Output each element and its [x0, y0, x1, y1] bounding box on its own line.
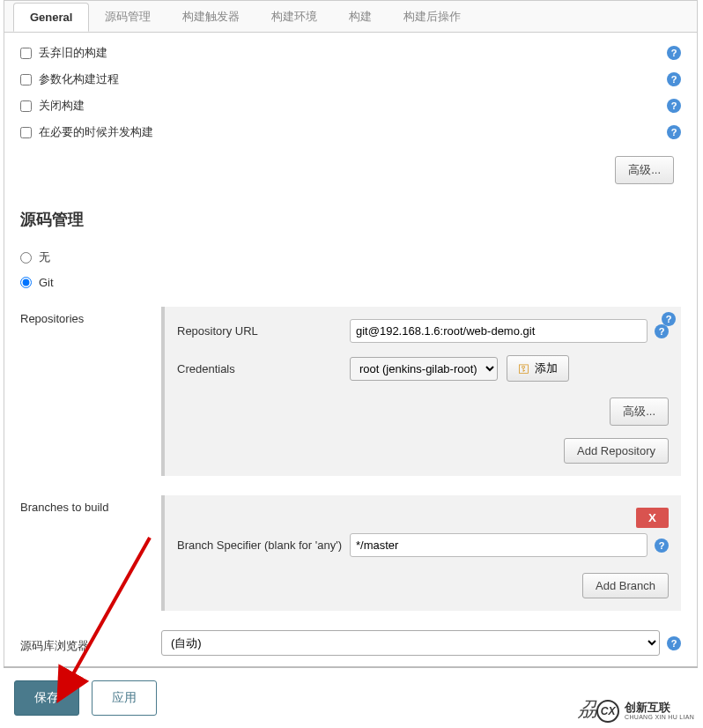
content-area: 丢弃旧的构建 ? 参数化构建过程 ? 关闭构建 ? 在必要的时候并发构建 ? 高…	[4, 33, 697, 728]
watermark-en: CHUANG XIN HU LIAN	[625, 714, 694, 721]
save-button[interactable]: 保存	[14, 680, 79, 716]
help-icon[interactable]: ?	[655, 324, 669, 338]
help-icon[interactable]: ?	[667, 99, 681, 113]
repo-browser-row: 源码库浏览器 (自动) ?	[20, 630, 681, 656]
help-icon[interactable]: ?	[667, 72, 681, 86]
label-concurrent: 在必要的时候并发构建	[39, 124, 153, 140]
delete-branch-button[interactable]: X	[636, 508, 669, 528]
repo-buttons: 高级...	[177, 394, 669, 426]
watermark-logo-icon: CX	[596, 700, 619, 723]
repo-browser-label: 源码库浏览器	[20, 633, 161, 654]
branch-spec-input[interactable]	[350, 533, 648, 557]
branches-label: Branches to build	[20, 495, 161, 611]
label-none: 无	[39, 249, 50, 265]
row-discard: 丢弃旧的构建 ?	[20, 40, 681, 66]
repo-url-label: Repository URL	[177, 324, 350, 338]
tab-general[interactable]: General	[13, 3, 89, 32]
repo-url-input[interactable]	[350, 319, 648, 343]
radio-row-git: Git	[20, 271, 681, 294]
branch-spec-label: Branch Specifier (blank for 'any')	[177, 539, 350, 552]
branches-body: X Branch Specifier (blank for 'any') ? A…	[161, 495, 681, 611]
tab-scm[interactable]: 源码管理	[89, 2, 166, 32]
tabs-bar: General 源码管理 构建触发器 构建环境 构建 构建后操作	[4, 1, 697, 33]
label-git: Git	[39, 276, 54, 289]
repositories-body: ? Repository URL ? Credentials root (jen…	[161, 307, 681, 476]
apply-button[interactable]: 应用	[92, 680, 157, 716]
tab-build[interactable]: 构建	[333, 2, 388, 32]
add-repo-row: Add Repository	[177, 435, 669, 464]
row-disable: 关闭构建 ?	[20, 93, 681, 119]
label-discard: 丢弃旧的构建	[39, 45, 107, 61]
add-cred-label: 添加	[535, 360, 558, 376]
config-panel: General 源码管理 构建触发器 构建环境 构建 构建后操作 丢弃旧的构建 …	[4, 0, 698, 723]
add-branch-row: Add Branch	[177, 569, 669, 598]
repositories-block: Repositories ? Repository URL ? Credenti…	[20, 307, 681, 476]
advanced-button[interactable]: 高级...	[615, 156, 674, 184]
radio-git[interactable]	[20, 277, 32, 288]
help-icon[interactable]: ?	[667, 636, 681, 650]
advanced-row: 高级...	[20, 145, 681, 200]
credentials-row: Credentials root (jenkins-gilab-root) ⚿ …	[177, 355, 669, 382]
branch-spec-row: Branch Specifier (blank for 'any') ?	[177, 533, 669, 557]
add-credentials-button[interactable]: ⚿ 添加	[507, 355, 569, 382]
key-icon: ⚿	[518, 362, 529, 375]
row-concurrent: 在必要的时候并发构建 ?	[20, 119, 681, 145]
watermark-scribble: 刕	[578, 696, 597, 723]
label-parameterized: 参数化构建过程	[39, 71, 119, 87]
radio-row-none: 无	[20, 244, 681, 271]
watermark-cn: 创新互联	[625, 702, 694, 714]
git-settings: Repositories ? Repository URL ? Credenti…	[20, 307, 681, 702]
checkbox-parameterized[interactable]	[20, 74, 32, 85]
checkbox-discard[interactable]	[20, 48, 32, 59]
watermark-text: 创新互联 CHUANG XIN HU LIAN	[625, 702, 694, 721]
tab-postbuild[interactable]: 构建后操作	[388, 2, 477, 32]
radio-none[interactable]	[20, 252, 32, 264]
repo-url-row: Repository URL ?	[177, 319, 669, 343]
label-disable: 关闭构建	[39, 98, 85, 114]
help-icon[interactable]: ?	[662, 312, 676, 326]
credentials-label: Credentials	[177, 362, 350, 375]
help-icon[interactable]: ?	[655, 539, 669, 553]
branches-block: Branches to build X Branch Specifier (bl…	[20, 495, 681, 611]
tab-triggers[interactable]: 构建触发器	[166, 2, 255, 32]
add-repository-button[interactable]: Add Repository	[564, 438, 669, 464]
row-parameterized: 参数化构建过程 ?	[20, 66, 681, 93]
help-icon[interactable]: ?	[667, 46, 681, 60]
add-branch-button[interactable]: Add Branch	[582, 573, 669, 598]
tab-env[interactable]: 构建环境	[255, 2, 333, 32]
repo-browser-select[interactable]: (自动)	[161, 630, 660, 656]
repo-advanced-button[interactable]: 高级...	[610, 397, 669, 426]
checkbox-concurrent[interactable]	[20, 127, 32, 138]
repositories-label: Repositories	[20, 307, 161, 476]
help-icon[interactable]: ?	[667, 125, 681, 139]
credentials-select[interactable]: root (jenkins-gilab-root)	[350, 357, 498, 381]
scm-section-title: 源码管理	[20, 200, 681, 244]
watermark: CX 创新互联 CHUANG XIN HU LIAN	[596, 700, 694, 723]
checkbox-disable[interactable]	[20, 100, 32, 112]
